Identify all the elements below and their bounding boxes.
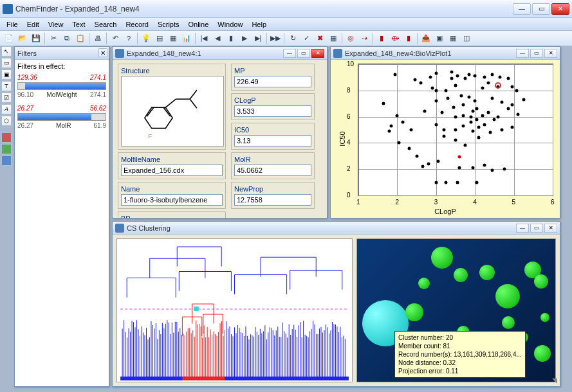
color3-tool-icon[interactable]: [1, 156, 12, 166]
refresh-icon[interactable]: ↻: [286, 32, 299, 45]
rect-tool-icon[interactable]: ▭: [1, 58, 12, 68]
delete-icon[interactable]: ✖: [313, 32, 326, 45]
svg-marker-0: [145, 108, 172, 129]
workspace: ↖ ▭ ▣ T ☑ A ⬡ Filters ✕ Filters in effec…: [0, 46, 572, 392]
plot-area[interactable]: 1234560246810: [358, 64, 553, 196]
print-icon[interactable]: 🖶: [91, 32, 104, 45]
app2-icon[interactable]: ▦: [447, 32, 459, 45]
plot-icon: [333, 49, 342, 58]
menu-view[interactable]: View: [44, 19, 68, 30]
close-button[interactable]: ✕: [551, 3, 569, 15]
plot-close-button[interactable]: ✕: [544, 49, 557, 58]
db-icon[interactable]: ▮: [375, 32, 388, 45]
grid-icon[interactable]: ▦: [167, 32, 180, 45]
cluster-max-button[interactable]: ▭: [530, 224, 543, 233]
color1-tool-icon[interactable]: [1, 132, 12, 143]
menu-window[interactable]: Window: [214, 19, 246, 30]
maximize-button[interactable]: ▭: [532, 3, 550, 15]
clear-icon[interactable]: ▦: [327, 32, 340, 45]
svg-rect-181: [182, 377, 225, 380]
plot-min-button[interactable]: —: [516, 49, 529, 58]
font-tool-icon[interactable]: A: [1, 104, 12, 114]
form-icon: [115, 49, 124, 58]
newprop-input[interactable]: [234, 194, 311, 206]
first-record-icon[interactable]: |◀: [198, 32, 210, 45]
bp-label: BP: [121, 215, 223, 218]
ic50-label: IC50: [234, 126, 311, 134]
name-input[interactable]: [121, 194, 223, 206]
save-icon[interactable]: 💾: [30, 32, 42, 45]
dendrogram[interactable]: [116, 238, 353, 382]
viz3d[interactable]: Cluster number: 20 Member count: 81 Reco…: [356, 238, 556, 382]
menu-edit[interactable]: Edit: [23, 19, 43, 30]
text-tool-icon[interactable]: T: [1, 81, 12, 91]
form-min-button[interactable]: —: [283, 49, 296, 58]
ic50-input[interactable]: [234, 135, 311, 147]
structure-box[interactable]: F: [121, 76, 224, 147]
prev-record-icon[interactable]: ◀: [211, 32, 224, 45]
resize-grip-icon[interactable]: [552, 379, 557, 384]
pin-icon[interactable]: ✕: [98, 48, 107, 57]
cluster-close-button[interactable]: ✕: [544, 224, 557, 233]
cut-icon[interactable]: ✂: [47, 32, 60, 45]
new-icon[interactable]: 📄: [3, 32, 15, 45]
db3-icon[interactable]: ▮: [402, 32, 415, 45]
play-icon[interactable]: ▶▶: [269, 32, 282, 45]
menu-search[interactable]: Search: [91, 19, 121, 30]
stop-icon[interactable]: ▮: [225, 32, 237, 45]
last-record-icon[interactable]: ▶|: [252, 32, 264, 45]
cluster-tooltip: Cluster number: 20 Member count: 81 Reco…: [394, 331, 526, 378]
menu-file[interactable]: File: [3, 19, 22, 30]
minimize-button[interactable]: —: [513, 3, 531, 15]
plot-window: Expanded_148_new4:BioVizPlot1 — ▭ ✕ IC50…: [330, 46, 560, 218]
check-icon[interactable]: ✓: [300, 32, 313, 45]
menu-scripts[interactable]: Scripts: [154, 19, 183, 30]
color2-tool-icon[interactable]: [1, 144, 12, 154]
molfile-input[interactable]: [121, 165, 223, 176]
form-icon[interactable]: ▤: [153, 32, 166, 45]
link-icon[interactable]: ⇢: [358, 32, 371, 45]
check-tool-icon[interactable]: ☑: [1, 93, 12, 103]
light-icon[interactable]: 💡: [140, 32, 152, 45]
clogp-input[interactable]: [234, 105, 311, 117]
help-icon[interactable]: ?: [122, 32, 135, 45]
molr-input[interactable]: [234, 165, 311, 176]
pointer-tool-icon[interactable]: ↖: [1, 46, 12, 57]
app1-icon[interactable]: ▣: [433, 32, 446, 45]
copy-icon[interactable]: ⧉: [60, 32, 73, 45]
menu-online[interactable]: Online: [185, 19, 213, 30]
form-max-button[interactable]: ▭: [297, 49, 310, 58]
newprop-label: NewProp: [234, 185, 311, 193]
titlebar: ChemFinder - Expanded_148_new4 — ▭ ✕: [0, 0, 572, 18]
open-icon[interactable]: 📂: [16, 32, 29, 45]
menu-help[interactable]: Help: [248, 19, 270, 30]
svg-text:F: F: [148, 132, 152, 139]
form-close-button[interactable]: ✕: [311, 49, 324, 58]
chart-icon[interactable]: 📊: [180, 32, 193, 45]
cluster-min-button[interactable]: —: [516, 224, 529, 233]
export-icon[interactable]: 📤: [420, 32, 432, 45]
window-title: ChemFinder - Expanded_148_new4: [15, 4, 512, 13]
frame-tool-icon[interactable]: ▣: [1, 69, 12, 80]
plot-max-button[interactable]: ▭: [530, 49, 543, 58]
plot-xlabel: CLogP: [331, 208, 560, 215]
struct-tool-icon[interactable]: ⬡: [1, 116, 12, 126]
cluster-title: CS Clustering: [127, 224, 516, 232]
db2-icon[interactable]: ⟴: [389, 32, 401, 45]
filters-header: Filters in effect:: [17, 62, 106, 70]
next-record-icon[interactable]: ▶: [238, 32, 251, 45]
tool-palette: ↖ ▭ ▣ T ☑ A ⬡: [1, 46, 13, 167]
paste-icon[interactable]: 📋: [74, 32, 87, 45]
slider-molr[interactable]: 26.2756.62 26.27MolR61.9: [17, 105, 106, 129]
undo-icon[interactable]: ↶: [109, 32, 122, 45]
plot-ylabel: IC50: [338, 131, 346, 146]
molfile-label: MolfileName: [121, 156, 223, 163]
app-icon: [3, 4, 13, 14]
menu-text[interactable]: Text: [68, 19, 89, 30]
filters-title: Filters: [17, 49, 106, 57]
mp-input[interactable]: [234, 76, 311, 87]
app3-icon[interactable]: ◫: [460, 32, 473, 45]
target-icon[interactable]: ◎: [344, 32, 357, 45]
slider-molweight[interactable]: 129.36274.1 96.10MolWeight274.1: [17, 74, 106, 98]
menu-record[interactable]: Record: [122, 19, 152, 30]
